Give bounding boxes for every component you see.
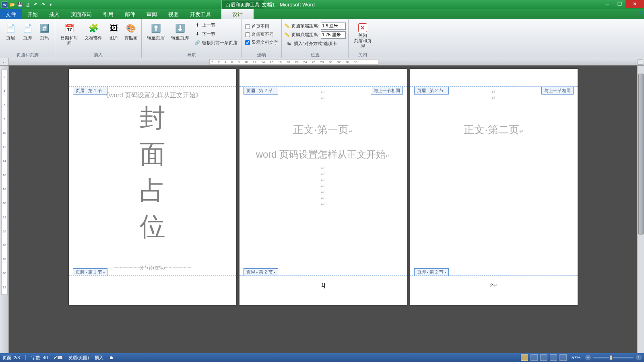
tab-page-layout[interactable]: 页面布局 (65, 9, 97, 19)
page-body-title: 正文·第二页↵ (426, 123, 561, 137)
status-word-count[interactable]: 字数: 40 (31, 355, 47, 361)
status-insert-mode[interactable]: 插入 (95, 355, 103, 361)
goto-header-button[interactable]: ⬆️ 转至页眉 (144, 21, 167, 41)
page-2[interactable]: 页眉 - 第 2 节 - 与上一节相同 ↵↵ 正文·第一页↵ word 页码设置… (239, 69, 407, 305)
picture-button[interactable]: 🖼 图片 (106, 21, 122, 41)
calendar-icon: 📅 (63, 22, 76, 35)
macro-recording-icon[interactable]: ⏺ (109, 355, 114, 360)
clipart-button[interactable]: 🎨 剪贴画 (123, 21, 139, 41)
spellcheck-icon[interactable]: ✔📖 (54, 355, 63, 360)
tab-insert[interactable]: 插入 (43, 9, 65, 19)
redo-icon[interactable]: ↷ (40, 2, 46, 8)
tab-file[interactable]: 文件 (0, 9, 22, 19)
header-distance-icon: 📏 (284, 23, 290, 29)
footer-section-tag: 页脚 - 第 1 节 - (73, 268, 108, 276)
window-title: 文档1 - Microsoft Word (262, 0, 315, 9)
tab-mailings[interactable]: 邮件 (119, 9, 141, 19)
group-insert: 📅 日期和时间 🧩 文档部件 🖼 图片 🎨 剪贴画 插入 (55, 19, 142, 58)
vertical-ruler-scale: 2468101214161820222426283032 (1, 70, 8, 295)
next-section-button[interactable]: ⬇下一节 (192, 30, 239, 38)
cover-char: 封 (85, 100, 220, 136)
zoom-out-button[interactable]: − (585, 355, 591, 360)
prev-section-button[interactable]: ⬆上一节 (192, 21, 239, 29)
prev-icon: ⬆ (194, 22, 200, 29)
page-3[interactable]: 页眉 - 第 2 节 - 与上一节相同 ↵↵ 正文·第二页↵ 页脚 - 第 2 … (410, 69, 578, 305)
doc-parts-button[interactable]: 🧩 文档部件 (82, 21, 105, 41)
restore-button[interactable]: ❐ (613, 0, 625, 8)
quick-access-toolbar: W 📂 💾 🖨 ↶ ↷ ▾ (0, 2, 54, 8)
tab-home[interactable]: 开始 (22, 9, 43, 19)
minimize-button[interactable]: ─ (601, 0, 613, 8)
link-icon: 🔗 (194, 40, 200, 46)
cover-title: 《word 页码设置怎样从正文开始》 (85, 91, 220, 100)
contextual-tab-title: 页眉和页脚工具 (221, 0, 264, 9)
tab-view[interactable]: 视图 (163, 9, 184, 19)
cover-char: 占 (85, 172, 220, 208)
help-icon[interactable]: ? (639, 10, 642, 16)
footer-from-bottom-input[interactable] (321, 31, 346, 39)
print-preview-icon[interactable]: 🖨 (25, 2, 31, 8)
document-canvas: 2468101214161820222426283032 页眉 - 第 1 节 … (0, 66, 644, 353)
text-cursor (324, 283, 325, 288)
zoom-level[interactable]: 57% (572, 355, 580, 360)
window-controls: ─ ❐ ✕ (601, 0, 644, 8)
ribbon-tabs: 文件 开始 插入 页面布局 引用 邮件 审阅 视图 开发工具 Acrobat 设… (0, 9, 644, 19)
zoom-slider[interactable] (593, 357, 634, 358)
header-button[interactable]: 📄 页眉 (2, 21, 19, 41)
group-navigation: ⬆️ 转至页眉 ⬇️ 转至页脚 ⬆上一节 ⬇下一节 🔗链接到前一条页眉 导航 (142, 19, 242, 58)
show-doc-text-checkbox[interactable]: 显示文档文字 (244, 39, 279, 46)
qat-customize-icon[interactable]: ▾ (47, 2, 54, 8)
scroll-thumb[interactable] (638, 74, 644, 234)
view-full-screen-button[interactable] (530, 354, 538, 361)
undo-icon[interactable]: ↶ (32, 2, 39, 8)
header-from-top-input[interactable] (321, 23, 346, 30)
page-number-footer[interactable]: 1 (239, 282, 407, 288)
goto-footer-button[interactable]: ⬇️ 转至页脚 (168, 21, 192, 41)
page-1[interactable]: 页眉 - 第 1 节 - 《word 页码设置怎样从正文开始》 封 面 占 位 … (69, 69, 236, 305)
pages-container: 页眉 - 第 1 节 - 《word 页码设置怎样从正文开始》 封 面 占 位 … (9, 66, 637, 353)
tab-review[interactable]: 审阅 (141, 9, 163, 19)
diff-first-page-checkbox[interactable]: 首页不同 (244, 23, 279, 30)
status-page[interactable]: 页面: 2/3 (2, 355, 20, 361)
group-header-footer: 📄 页眉 📄 页脚 #️⃣ 页码 页眉和页脚 (0, 19, 55, 58)
tab-developer[interactable]: 开发工具 (184, 9, 217, 19)
footer-distance-icon: 📏 (284, 32, 290, 37)
zoom-in-button[interactable]: + (636, 355, 642, 360)
insert-alignment-tab-button[interactable]: ↹插入"对齐方式"选项卡 (284, 39, 346, 48)
view-print-layout-button[interactable] (521, 354, 528, 361)
footer-section-tag: 页脚 - 第 2 节 - (414, 268, 449, 276)
word-icon[interactable]: W (2, 2, 8, 8)
page-number-icon: #️⃣ (38, 22, 51, 35)
tab-design[interactable]: 设计 (221, 9, 254, 19)
picture-icon: 🖼 (107, 22, 120, 35)
tab-references[interactable]: 引用 (97, 9, 119, 19)
diff-odd-even-checkbox[interactable]: 奇偶页不同 (244, 31, 279, 38)
horizontal-ruler[interactable]: ⌐ 224681012141618202224262830323638 (0, 58, 644, 66)
datetime-button[interactable]: 📅 日期和时间 (58, 21, 81, 47)
zoom-slider-knob[interactable] (609, 355, 613, 360)
vertical-ruler[interactable]: 2468101214161820222426283032 (0, 66, 9, 353)
footer-button[interactable]: 📄 页脚 (19, 21, 35, 41)
building-blocks-icon: 🧩 (87, 22, 100, 35)
save-icon[interactable]: 💾 (17, 2, 23, 8)
footer-section-tag: 页脚 - 第 2 节 - (244, 268, 279, 276)
link-to-previous-button[interactable]: 🔗链接到前一条页眉 (192, 39, 239, 47)
vertical-scrollbar[interactable] (637, 66, 644, 353)
close-button[interactable]: ✕ (625, 0, 644, 8)
page-body-title: 正文·第一页↵ (256, 123, 391, 137)
view-outline-button[interactable] (550, 354, 557, 361)
open-icon[interactable]: 📂 (9, 2, 16, 8)
tab-selector-icon[interactable]: ⌐ (0, 58, 9, 65)
view-draft-button[interactable] (559, 354, 567, 361)
header-icon: 📄 (4, 22, 17, 35)
page-number-button[interactable]: #️⃣ 页码 (36, 21, 52, 41)
close-header-footer-button[interactable]: ✕ 关闭页眉和页脚 (351, 21, 374, 49)
clipart-icon: 🎨 (124, 22, 137, 35)
view-web-layout-button[interactable] (540, 354, 547, 361)
page-number-footer[interactable]: 2↵ (410, 282, 578, 288)
group-options: 首页不同 奇偶页不同 显示文档文字 选项 (242, 19, 282, 58)
status-language[interactable]: 英语(美国) (68, 355, 89, 361)
ribbon-minimize-icon[interactable]: ▴ (635, 10, 638, 16)
goto-footer-icon: ⬇️ (173, 22, 186, 35)
ruler-toggle-button[interactable] (638, 59, 643, 65)
